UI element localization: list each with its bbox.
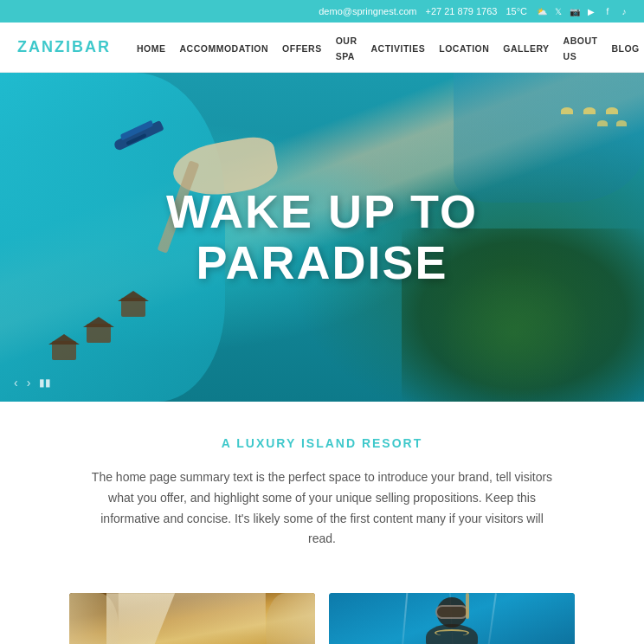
prev-slide-button[interactable]: ‹	[14, 376, 18, 390]
nav-item-about[interactable]: ABOUT US	[564, 32, 598, 63]
intro-subtitle: A LUXURY ISLAND RESORT	[69, 436, 575, 450]
hut-2	[87, 324, 111, 343]
nav-links: HOME ACCOMMODATION OFFERS OUR SPA ACTIVI…	[137, 32, 644, 63]
cards-row	[0, 576, 644, 644]
nav-item-offers[interactable]: OFFERS	[282, 40, 322, 55]
social-icons: ⛅ 𝕏 📷 ▶ f ♪	[536, 5, 630, 17]
navbar: ZANZIBAR HOME ACCOMMODATION OFFERS OUR S…	[0, 23, 644, 73]
intro-section: A LUXURY ISLAND RESORT The home page sum…	[0, 402, 644, 576]
nav-item-gallery[interactable]: GALLERY	[503, 40, 549, 55]
weather-icon: ⛅	[536, 5, 548, 17]
seaplane	[104, 120, 182, 151]
nav-item-activities[interactable]: ACTIVITIES	[370, 40, 425, 55]
nav-item-home[interactable]: HOME	[137, 40, 166, 55]
pause-button[interactable]: ▮▮	[39, 377, 51, 389]
facebook-icon[interactable]: f	[602, 5, 614, 17]
phone: +27 21 879 1763	[426, 6, 498, 16]
twitter-icon[interactable]: 𝕏	[552, 5, 564, 17]
pool-area	[454, 73, 644, 203]
next-slide-button[interactable]: ›	[27, 376, 31, 390]
youtube-icon[interactable]: ▶	[585, 5, 597, 17]
intro-body: The home page summary text is the perfec…	[88, 467, 556, 550]
card-room[interactable]	[69, 593, 315, 644]
umbrella-row-2	[597, 120, 627, 126]
hero-title: WAKE UP TO PARADISE	[166, 186, 478, 289]
temperature: 15°C	[506, 6, 527, 16]
nav-item-location[interactable]: LOCATION	[439, 40, 489, 55]
hut-1	[121, 298, 145, 317]
hero-controls: ‹ › ▮▮	[14, 376, 51, 390]
instagram-icon[interactable]: 📷	[569, 5, 581, 17]
site-logo[interactable]: ZANZIBAR	[17, 38, 111, 56]
hero-section: WAKE UP TO PARADISE ‹ › ▮▮	[0, 73, 644, 402]
nav-item-accommodation[interactable]: ACCOMMODATION	[180, 40, 269, 55]
card-snorkel[interactable]	[329, 593, 575, 644]
hut-3	[52, 341, 76, 360]
umbrella-row	[561, 107, 618, 114]
tiktok-icon[interactable]: ♪	[618, 5, 630, 17]
nav-item-spa[interactable]: OUR SPA	[336, 32, 357, 63]
nav-item-blog[interactable]: BLOG	[611, 40, 639, 55]
top-bar: demo@springnest.com +27 21 879 1763 15°C…	[0, 0, 644, 23]
hero-text: WAKE UP TO PARADISE	[166, 186, 478, 289]
email: demo@springnest.com	[319, 6, 416, 16]
